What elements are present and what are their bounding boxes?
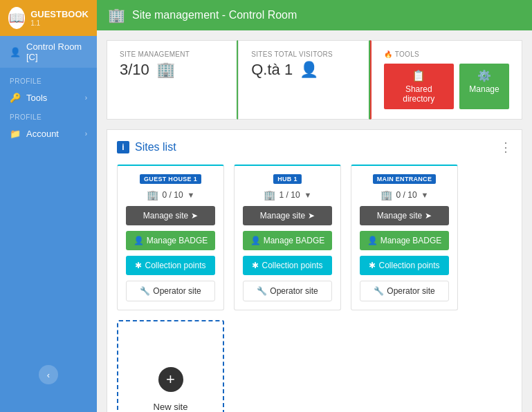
collection-icon-1: ✱ [135,261,142,270]
chevron-right-icon: › [85,94,87,102]
site-count-guest-house-1: 🏢 0 / 10 ▼ [147,189,195,200]
arrow-right-icon-2: ➤ [308,211,315,221]
collection-points-button-3[interactable]: ✱ Collection points [360,256,449,275]
chevron-down-icon-3[interactable]: ▼ [421,191,429,199]
chevron-right-icon-2: › [85,130,87,138]
operator-site-button-3[interactable]: 🔧 Operator site [360,281,449,301]
stat-site-management-label: SITE MANAGEMENT [120,50,224,58]
building-icon-3: 🏢 [380,189,392,200]
sites-grid: GUEST HOUSE 1 🏢 0 / 10 ▼ Manage site ➤ 👤… [117,165,512,412]
main-area: 🏢 Site management - Control Room SITE MA… [97,0,532,412]
app-name: GUESTBOOK [30,9,89,20]
shared-dir-icon: 📋 [412,69,425,82]
building-stat-icon: 🏢 [156,61,175,79]
site-count-main-entrance: 🏢 0 / 10 ▼ [380,189,429,200]
site-card-main-entrance: MAIN ENTRANCE 🏢 0 / 10 ▼ Manage site ➤ 👤… [351,165,458,310]
new-site-label: New site [154,402,188,412]
site-name-guest-house-1: GUEST HOUSE 1 [140,174,201,184]
building-icon-2: 🏢 [264,189,275,200]
manage-site-button-1[interactable]: Manage site ➤ [126,206,215,225]
new-site-card[interactable]: + New site [117,320,224,412]
tools-card: 🔥 TOOLS 📋 Shared directory ⚙️ Manage [370,40,523,120]
tools-icon: 🔑 [10,93,21,103]
sites-title: i Sites list [117,141,176,153]
collection-points-button-1[interactable]: ✱ Collection points [126,256,215,275]
site-name-hub-1: HUB 1 [273,174,302,184]
manage-badge-button-2[interactable]: 👤 Manage BADGE [243,231,332,250]
chevron-down-icon-2[interactable]: ▼ [304,191,312,199]
more-options-icon[interactable]: ⋮ [499,140,512,155]
manage-badge-button-1[interactable]: 👤 Manage BADGE [126,231,215,250]
info-badge: i [117,141,129,153]
arrow-right-icon-1: ➤ [191,211,198,221]
sidebar-item-account[interactable]: 📁 Account › [0,122,97,145]
app-version: 1.1 [30,19,89,27]
tools-card-label: 🔥 TOOLS [384,50,510,58]
fire-icon: 🔥 [384,50,392,58]
operator-icon-2: 🔧 [257,286,267,296]
manage-icon: ⚙️ [477,69,491,82]
arrow-right-icon-3: ➤ [425,211,432,221]
manage-button[interactable]: ⚙️ Manage [459,64,509,109]
stat-visitors-value: Q.tà 1 [251,61,293,79]
sidebar-item-tools[interactable]: 🔑 Tools › [0,86,97,109]
sidebar-nav: PROFILE 🔑 Tools › PROFILE 📁 Account › [0,68,97,151]
sidebar: 📖 GUESTBOOK 1.1 👤 Control Room [C] PROFI… [0,0,97,412]
account-icon: 📁 [10,129,21,139]
profile-label-1: PROFILE [0,73,97,86]
stats-row: SITE MANAGEMENT 3/10 🏢 SITES TOTAL VISIT… [107,40,522,120]
sidebar-logo: 📖 GUESTBOOK 1.1 [0,0,97,36]
chevron-down-icon-1[interactable]: ▼ [187,191,195,199]
control-room-link[interactable]: 👤 Control Room [C] [0,36,97,68]
operator-icon-1: 🔧 [140,286,150,296]
sites-header: i Sites list ⋮ [117,140,512,155]
sidebar-account-label: Account [26,129,59,139]
badge-icon-3: 👤 [367,236,378,245]
manage-site-button-2[interactable]: Manage site ➤ [243,206,332,225]
building-icon-1: 🏢 [147,189,158,200]
sidebar-collapse-button[interactable]: ‹ [39,365,58,384]
collection-icon-2: ✱ [252,261,259,270]
operator-site-button-2[interactable]: 🔧 Operator site [243,281,332,301]
control-room-label: Control Room [C] [26,41,87,62]
site-count-hub-1: 🏢 1 / 10 ▼ [264,189,312,200]
logo-icon: 📖 [8,7,25,29]
tools-buttons: 📋 Shared directory ⚙️ Manage [384,64,510,109]
header-icon: 🏢 [108,7,125,24]
site-card-hub-1: HUB 1 🏢 1 / 10 ▼ Manage site ➤ 👤 Manage … [234,165,341,310]
page-header: 🏢 Site management - Control Room [97,0,532,30]
page-content: SITE MANAGEMENT 3/10 🏢 SITES TOTAL VISIT… [97,30,532,412]
stat-card-site-management: SITE MANAGEMENT 3/10 🏢 [107,40,238,120]
sidebar-tools-label: Tools [26,93,47,103]
collection-points-button-2[interactable]: ✱ Collection points [243,256,332,275]
shared-directory-button[interactable]: 📋 Shared directory [384,64,455,109]
manage-site-button-3[interactable]: Manage site ➤ [360,206,449,225]
operator-icon-3: 🔧 [374,286,384,296]
page-title: Site management - Control Room [132,9,297,21]
user-icon: 👤 [10,47,21,57]
person-stat-icon: 👤 [300,61,318,79]
stat-card-visitors: SITES TOTAL VISITORS Q.tà 1 👤 [238,40,369,120]
profile-label-2: PROFILE [0,109,97,122]
stat-site-management-value: 3/10 [120,61,149,79]
site-name-main-entrance: MAIN ENTRANCE [373,174,436,184]
sites-section: i Sites list ⋮ GUEST HOUSE 1 🏢 0 / 10 ▼ … [107,129,522,412]
badge-icon-2: 👤 [250,236,261,245]
collection-icon-3: ✱ [369,261,376,270]
site-card-guest-house-1: GUEST HOUSE 1 🏢 0 / 10 ▼ Manage site ➤ 👤… [117,165,224,310]
manage-badge-button-3[interactable]: 👤 Manage BADGE [360,231,449,250]
new-site-plus-icon: + [158,367,183,392]
stat-visitors-label: SITES TOTAL VISITORS [251,50,356,58]
badge-icon-1: 👤 [134,236,144,245]
operator-site-button-1[interactable]: 🔧 Operator site [126,281,215,301]
